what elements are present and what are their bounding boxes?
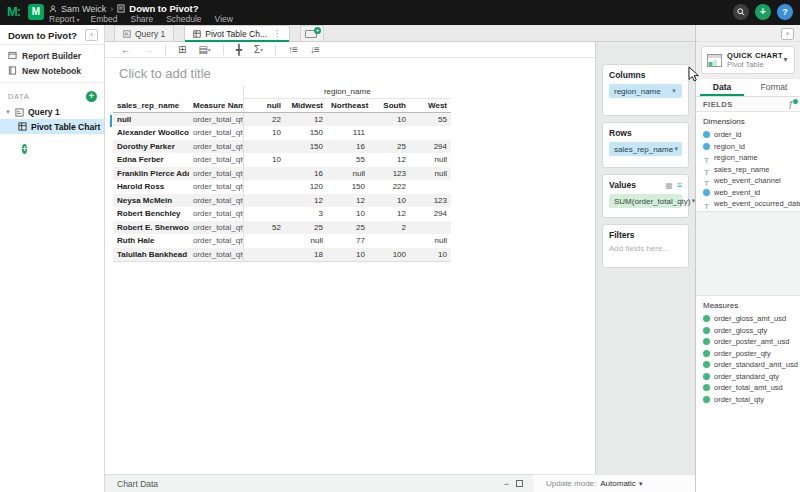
pill-caret-icon[interactable]: ▼ [671,88,677,94]
dimension-field[interactable]: order_id [703,129,793,141]
dimension-field[interactable]: region_id [703,141,793,153]
column-header: Northeast [327,99,369,113]
menu-item[interactable]: Report▾ [49,14,80,24]
aggregate-icon[interactable]: Σ▾ [254,43,263,57]
measure-field[interactable]: order_total_amt_usd [703,382,793,394]
chart-data-bar[interactable]: Chart Data − [105,474,533,492]
sidebar-title: Down to Pivot? [8,30,77,41]
pivot-table: region_name sales_rep_name Measure Names… [113,86,451,262]
menu-bar: Report▾ Embed Share Schedule View [49,14,235,24]
table-row: Harold Ross order_total_qty 120 150 222 [113,180,451,194]
dimension-field[interactable]: web_event_channel [703,175,793,187]
quick-chart-icon [707,54,722,67]
workspace-avatar[interactable]: M [28,4,44,20]
chevron-down-icon[interactable]: ▼ [5,109,11,115]
measure-field-icon [703,361,710,368]
column-header: Midwest [285,99,327,113]
value-pill[interactable]: SUM(order_total_qty)▼ [609,194,682,208]
measure-field[interactable]: order_standard_qty [703,371,793,383]
measure-field[interactable]: order_poster_amt_usd [703,336,793,348]
report-title[interactable]: Down to Pivot? [129,3,198,14]
filters-shelf-title: Filters [609,230,635,240]
sidebar-item-query-1[interactable]: ▼ Query 1 [0,105,104,119]
tab-pivot-table-chart[interactable]: Pivot Table Ch... ⋮ [184,25,290,41]
new-chart-tab-button[interactable]: + [300,25,324,41]
sort-desc-icon[interactable]: ↓≡ [310,43,320,57]
sort-asc-icon[interactable]: ↑≡ [288,43,298,57]
tab-strip: Query 1 Pivot Table Ch... ⋮ + [105,25,695,42]
field-type-icon [703,131,710,138]
columns-shelf-title: Columns [609,70,645,80]
tab-data[interactable]: Data [696,79,748,96]
add-data-icon[interactable]: + [86,91,97,102]
chevron-down-icon[interactable]: ▼ [782,56,789,63]
column-header: West [410,99,451,113]
toolbar-icon[interactable] [165,45,166,55]
search-icon[interactable] [733,4,749,20]
chart-tab-icon [193,30,201,38]
dimension-field[interactable]: web_event_occurred_date [703,198,793,210]
field-type-icon [703,200,710,207]
menu-item[interactable]: Schedule [166,14,203,24]
add-chart-icon[interactable]: + [22,144,27,154]
duplicate-icon[interactable]: ⊞ [178,43,186,57]
export-image-icon[interactable]: ▤▾ [198,43,210,57]
left-sidebar: Down to Pivot? ‹ Report Builder New Note… [0,25,105,492]
tab-menu-icon[interactable]: ⋮ [273,29,281,38]
collapse-panel-button[interactable]: › [781,28,794,40]
redo-icon[interactable]: → [143,43,153,57]
measure-field[interactable]: order_poster_qty [703,348,793,360]
add-icon[interactable]: + [755,4,771,20]
measure-field-icon [703,350,710,357]
field-pill[interactable]: sales_rep_name▼ [609,142,682,156]
measure-field-icon [703,327,710,334]
table-row: Neysa McMein order_total_qty 12 12 10 12… [113,194,451,208]
dimension-field[interactable]: sales_rep_name [703,164,793,176]
rows-shelf-title: Rows [609,128,632,138]
filters-shelf[interactable]: Filters Add fields here... [602,224,689,268]
report-builder-icon [8,51,17,60]
measure-field[interactable]: order_gloss_amt_usd [703,313,793,325]
help-icon[interactable]: ? [777,4,793,20]
dimension-field[interactable]: region_name [703,152,793,164]
user-name[interactable]: Sam Weick [61,4,106,14]
sidebar-item-report-builder[interactable]: Report Builder [0,48,104,63]
data-section-label: DATA [8,92,29,101]
grid-view-icon[interactable]: ▦ [665,181,673,190]
minimize-icon[interactable]: − [504,479,509,489]
report-icon [117,4,125,13]
list-view-icon[interactable]: ≡ [677,180,682,190]
item-menu-icon[interactable]: ⋮ [91,122,99,131]
field-pill[interactable]: region_name▼ [609,84,682,98]
chart-type-selector[interactable]: QUICK CHART Pivot Table ▼ [701,46,795,74]
sidebar-item-pivot-table-chart[interactable]: Pivot Table Chart ⋮ [0,119,104,134]
tab-query-1[interactable]: Query 1 [114,25,174,41]
collapse-sidebar-button[interactable]: ‹ [85,29,98,41]
column-header: sales_rep_name [113,99,189,113]
column-group-label: region_name [243,86,451,99]
measure-field[interactable]: order_total_qty [703,394,793,406]
field-type-icon [703,166,710,173]
menu-item[interactable]: Share [130,14,155,24]
menu-item[interactable]: Embed [91,14,120,24]
sidebar-item-new-notebook[interactable]: New Notebook [0,63,104,78]
update-mode-select[interactable]: Automatic▼ [600,479,644,488]
row-indicator [110,115,112,127]
pivot-shelves: Columns region_name▼ Rows sales_rep_name… [595,42,695,474]
transpose-icon[interactable]: ╋ [236,43,242,57]
column-header: Measure Names [189,99,243,113]
chart-title-placeholder[interactable]: Click to add title [119,66,211,81]
undo-icon[interactable]: ← [121,43,131,57]
measure-field[interactable]: order_gloss_qty [703,325,793,337]
pill-caret-icon[interactable]: ▼ [673,146,679,152]
toolbar-icon[interactable] [223,45,224,55]
expand-icon[interactable] [516,480,523,487]
tab-format[interactable]: Format [748,79,800,96]
measure-field[interactable]: order_standard_amt_usd [703,359,793,371]
dimension-field[interactable]: web_event_id [703,187,793,199]
query-icon [15,108,24,117]
column-header: null [243,99,285,113]
menu-item[interactable]: View [215,14,235,24]
formula-icon[interactable]: ƒ [788,99,793,109]
toolbar-icon[interactable] [275,45,276,55]
